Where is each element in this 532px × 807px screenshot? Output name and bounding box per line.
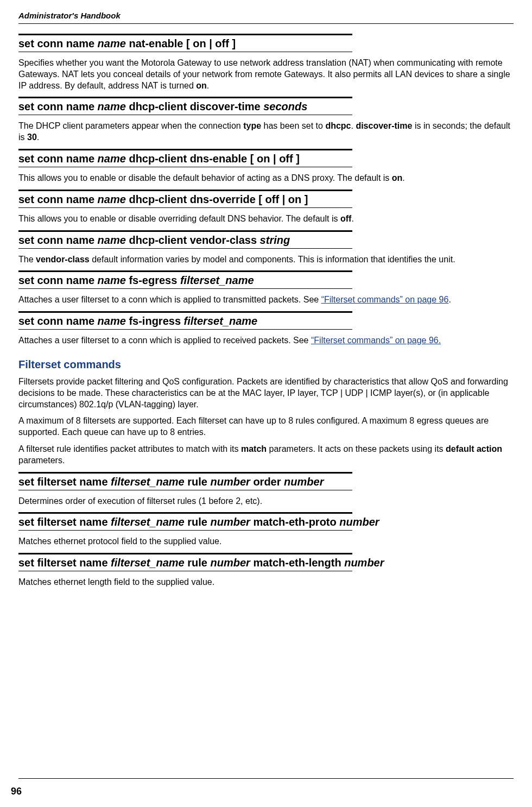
conn-command-description: Attaches a user filterset to a conn whic… (18, 294, 514, 306)
command-top-rule (18, 311, 352, 313)
section-title-filterset: Filterset commands (18, 358, 514, 371)
filterset-command-block: set filterset name filterset_name rule n… (18, 512, 514, 547)
conn-command-heading: set conn name name nat-enable [ on | off… (18, 36, 514, 51)
conn-command-description: Specifies whether you want the Motorola … (18, 58, 514, 91)
cross-reference-link[interactable]: “Filterset commands” on page 96. (311, 336, 441, 345)
page-number: 96 (11, 786, 22, 797)
conn-command-block: set conn name name fs-ingress filterset_… (18, 311, 514, 346)
conn-command-block: set conn name name fs-egress filterset_n… (18, 270, 514, 306)
header-rule (18, 23, 514, 24)
filterset-command-heading: set filterset name filterset_name rule n… (18, 515, 514, 529)
conn-command-heading: set conn name name dhcp-client discover-… (18, 99, 514, 114)
command-top-rule (18, 149, 352, 150)
command-top-rule (18, 512, 352, 514)
command-sub-rule (18, 115, 352, 115)
command-top-rule (18, 34, 352, 35)
filterset-intro-paragraph: Filtersets provide packet filtering and … (18, 376, 514, 410)
conn-command-description: Attaches a user filterset to a conn whic… (18, 335, 514, 346)
filterset-command-description: Matches ethernet length field to the sup… (18, 577, 514, 588)
conn-command-block: set conn name name dhcp-client vendor-cl… (18, 230, 514, 266)
command-top-rule (18, 190, 352, 191)
conn-command-block: set conn name name dhcp-client dns-overr… (18, 190, 514, 225)
command-sub-rule (18, 207, 352, 208)
conn-command-heading: set conn name name fs-ingress filterset_… (18, 314, 514, 328)
command-sub-rule (18, 571, 352, 571)
page-container: Administrator's Handbook set conn name n… (0, 0, 532, 807)
filterset-command-description: Matches ethernet protocol field to the s… (18, 536, 514, 547)
filterset-command-description: Determines order of execution of filters… (18, 496, 514, 507)
conn-command-block: set conn name name nat-enable [ on | off… (18, 34, 514, 91)
command-sub-rule (18, 248, 352, 249)
command-sub-rule (18, 329, 352, 330)
conn-commands-list: set conn name name nat-enable [ on | off… (18, 34, 514, 346)
conn-command-heading: set conn name name fs-egress filterset_n… (18, 273, 514, 287)
command-top-rule (18, 553, 352, 554)
filterset-intro-paragraph: A filterset rule identifies packet attri… (18, 444, 514, 466)
footer-rule (18, 778, 514, 779)
filterset-command-block: set filterset name filterset_name rule n… (18, 472, 514, 507)
filterset-intro-paragraph: A maximum of 8 filtersets are supported.… (18, 415, 514, 438)
command-sub-rule (18, 52, 352, 52)
filterset-command-block: set filterset name filterset_name rule n… (18, 553, 514, 588)
command-sub-rule (18, 167, 352, 167)
conn-command-block: set conn name name dhcp-client discover-… (18, 97, 514, 143)
running-header: Administrator's Handbook (18, 11, 514, 20)
filterset-commands-list: set filterset name filterset_name rule n… (18, 472, 514, 588)
conn-command-block: set conn name name dhcp-client dns-enabl… (18, 149, 514, 184)
conn-command-description: This allows you to enable or disable the… (18, 173, 514, 184)
command-sub-rule (18, 530, 352, 531)
conn-command-description: The vendor-class default information var… (18, 254, 514, 266)
filterset-intro: Filtersets provide packet filtering and … (18, 376, 514, 466)
conn-command-heading: set conn name name dhcp-client dns-overr… (18, 192, 514, 206)
cross-reference-link[interactable]: “Filterset commands” on page 96 (321, 295, 449, 304)
conn-command-heading: set conn name name dhcp-client dns-enabl… (18, 152, 514, 166)
command-top-rule (18, 97, 352, 98)
command-sub-rule (18, 288, 352, 289)
command-top-rule (18, 472, 352, 474)
command-sub-rule (18, 490, 352, 490)
conn-command-description: The DHCP client parameters appear when t… (18, 121, 514, 143)
filterset-command-heading: set filterset name filterset_name rule n… (18, 475, 514, 489)
command-top-rule (18, 230, 352, 232)
filterset-command-heading: set filterset name filterset_name rule n… (18, 556, 514, 570)
conn-command-description: This allows you to enable or disable ove… (18, 213, 514, 225)
command-top-rule (18, 270, 352, 272)
conn-command-heading: set conn name name dhcp-client vendor-cl… (18, 233, 514, 247)
